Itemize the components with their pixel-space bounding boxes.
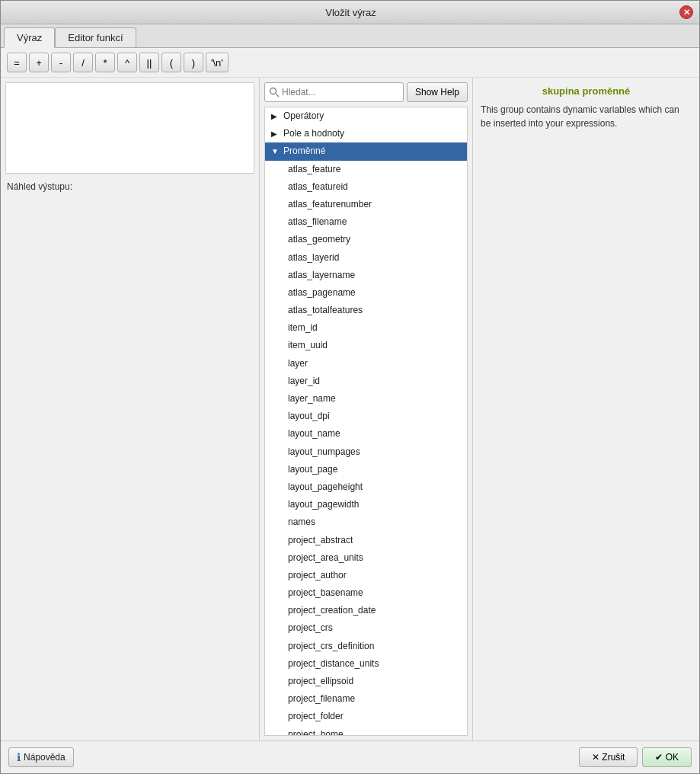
arrow-icon: ▼ [271,146,280,158]
tree-leaf-project_home[interactable]: project_home [265,726,467,735]
btn-plus[interactable]: + [29,53,49,72]
tree-leaf-layout_page[interactable]: layout_page [265,461,467,478]
tree-leaf-project_basename[interactable]: project_basename [265,584,467,602]
expression-editor[interactable] [5,82,254,174]
tab-editor[interactable]: Editor funkcí [55,27,136,47]
main-window: Vložit výraz ✕ Výraz Editor funkcí = + -… [0,0,700,774]
btn-newline[interactable]: '\n' [206,53,229,72]
tree-leaf-atlas_feature[interactable]: atlas_feature [265,161,467,178]
tree-leaf-project_crs[interactable]: project_crs [265,619,467,637]
tree-group-promenne[interactable]: ▼Proměnné [265,142,467,160]
help-title: skupina proměnné [481,85,692,97]
tree-leaf-project_author[interactable]: project_author [265,567,467,584]
tree-leaf-layout_numpages[interactable]: layout_numpages [265,443,467,461]
tree-leaf-project_area_units[interactable]: project_area_units [265,549,467,567]
tree-leaf-atlas_layername[interactable]: atlas_layername [265,267,467,284]
search-bar: Show Help [260,78,472,107]
tab-vyraz[interactable]: Výraz [4,27,55,48]
tree-leaf-project_folder[interactable]: project_folder [265,708,467,725]
tree-leaf-layout_dpi[interactable]: layout_dpi [265,408,467,425]
content-area: Náhled výstupu: Show Help ▶Operátory▶Pol… [1,78,699,740]
tree-leaf-atlas_geometry[interactable]: atlas_geometry [265,231,467,248]
arrow-icon: ▶ [271,128,280,140]
tree-leaf-project_abstract[interactable]: project_abstract [265,532,467,549]
btn-star[interactable]: * [95,53,115,72]
tree-leaf-layout_pageheight[interactable]: layout_pageheight [265,478,467,496]
tree-leaf-atlas_featureid[interactable]: atlas_featureid [265,178,467,196]
tree-leaf-item_id[interactable]: item_id [265,319,467,337]
tree-leaf-project_crs_definition[interactable]: project_crs_definition [265,638,467,655]
help-description: This group contains dynamic variables wh… [481,103,692,130]
action-buttons: ✕ Zrušit ✔ OK [579,747,692,767]
tree-leaf-atlas_layerid[interactable]: atlas_layerid [265,249,467,267]
group-label: Proměnné [283,144,325,158]
title-bar: Vložit výraz ✕ [1,1,699,24]
tree-leaf-layer[interactable]: layer [265,355,467,373]
tree-inner[interactable]: ▶Operátory▶Pole a hodnoty▼Proměnnéatlas_… [265,107,467,735]
tree-leaf-atlas_featurenumber[interactable]: atlas_featurenumber [265,196,467,213]
tree-leaf-names[interactable]: names [265,513,467,531]
help-panel: skupina proměnné This group contains dyn… [473,78,699,740]
btn-lparen[interactable]: ( [161,53,181,72]
tree-leaf-project_ellipsoid[interactable]: project_ellipsoid [265,673,467,690]
tree-group-pole[interactable]: ▶Pole a hodnoty [265,125,467,142]
output-preview: Náhled výstupu: [1,178,259,197]
group-label: Operátory [283,109,324,123]
expression-panel: Náhled výstupu: [1,78,260,740]
btn-equals[interactable]: = [7,53,27,72]
tree-leaf-layout_pagewidth[interactable]: layout_pagewidth [265,496,467,513]
tree-leaf-layer_id[interactable]: layer_id [265,373,467,390]
help-link-button[interactable]: ℹ Nápověda [8,747,74,767]
tree-leaf-project_distance_units[interactable]: project_distance_units [265,655,467,673]
tree-leaf-item_uuid[interactable]: item_uuid [265,337,467,354]
ok-button[interactable]: ✔ OK [642,747,692,767]
search-input[interactable] [264,82,404,102]
help-link-label: Nápověda [24,752,66,763]
output-preview-label: Náhled výstupu: [7,181,72,192]
tree-container: ▶Operátory▶Pole a hodnoty▼Proměnnéatlas_… [264,107,468,736]
tree-leaf-atlas_filename[interactable]: atlas_filename [265,213,467,231]
tree-leaf-layout_name[interactable]: layout_name [265,425,467,443]
tree-leaf-project_creation_date[interactable]: project_creation_date [265,602,467,619]
btn-minus[interactable]: - [51,53,71,72]
tab-bar: Výraz Editor funkcí [1,24,699,48]
group-label: Pole a hodnoty [283,126,344,141]
close-button[interactable]: ✕ [679,5,693,19]
btn-caret[interactable]: ^ [117,53,137,72]
tree-leaf-atlas_pagename[interactable]: atlas_pagename [265,284,467,302]
window-title: Vložit výraz [22,7,679,18]
show-help-button[interactable]: Show Help [407,82,468,102]
btn-slash[interactable]: / [73,53,93,72]
bottom-bar: ℹ Nápověda ✕ Zrušit ✔ OK [1,740,699,773]
tree-group-operatory[interactable]: ▶Operátory [265,107,467,125]
btn-pipe2[interactable]: || [139,53,159,72]
tree-leaf-project_filename[interactable]: project_filename [265,690,467,708]
tree-leaf-layer_name[interactable]: layer_name [265,390,467,408]
tree-leaf-atlas_totalfeatures[interactable]: atlas_totalfeatures [265,302,467,319]
help-circle-icon: ℹ [17,751,21,763]
btn-rparen[interactable]: ) [184,53,203,72]
cancel-button[interactable]: ✕ Zrušit [579,747,638,767]
middle-panel: Show Help ▶Operátory▶Pole a hodnoty▼Prom… [260,78,473,740]
expression-toolbar: = + - / * ^ || ( ) '\n' [1,48,699,78]
arrow-icon: ▶ [271,110,280,123]
